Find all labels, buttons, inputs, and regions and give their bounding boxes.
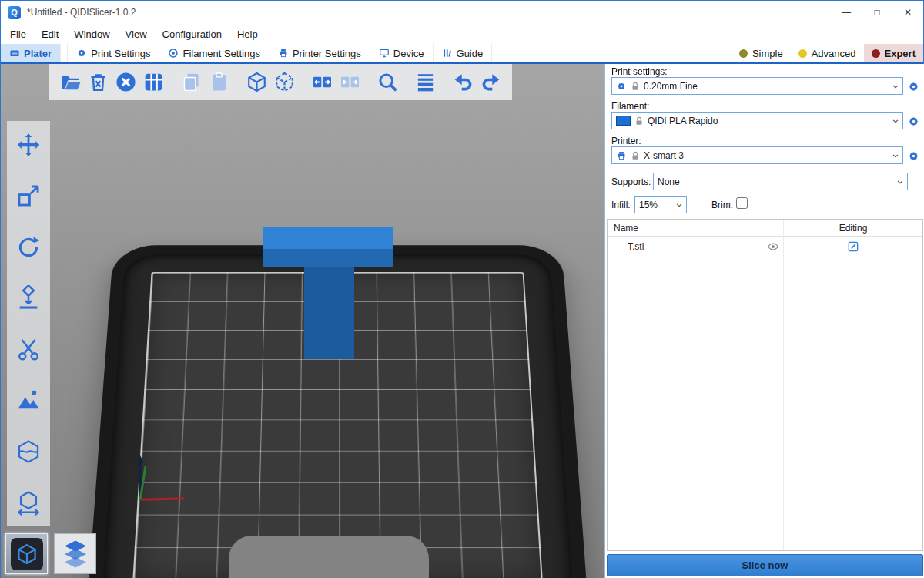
print-settings-select[interactable]: 0.20mm Fine [611, 77, 903, 95]
measure-button[interactable] [12, 486, 45, 519]
mode-simple[interactable]: Simple [732, 44, 791, 62]
model-t-top-face[interactable] [263, 227, 393, 249]
trash-icon [87, 71, 109, 93]
maximize-button[interactable]: □ [862, 1, 892, 24]
mode-expert[interactable]: Expert [864, 44, 923, 62]
place-on-face-icon [15, 285, 42, 311]
object-row[interactable]: T.stl [608, 237, 922, 257]
editing-icon[interactable] [847, 240, 859, 253]
mode-expert-label: Expert [885, 48, 916, 59]
variable-layer-height-button[interactable] [411, 67, 439, 98]
title-bar: Q *Untitled - QIDISlicer-1.0.2 — □ ✕ [1, 1, 923, 24]
printer-gear-button[interactable] [907, 149, 921, 163]
model-t-crossbar-face[interactable] [263, 249, 393, 267]
place-on-face-button[interactable] [12, 282, 45, 314]
menu-help[interactable]: Help [229, 29, 266, 40]
printer-value: X-smart 3 [644, 150, 887, 161]
mode-switcher: Simple Advanced Expert [732, 44, 923, 62]
redo-button[interactable] [477, 67, 504, 98]
cube-dashed-icon [273, 71, 296, 93]
bed-handle-notch [229, 536, 429, 578]
cube-icon [15, 543, 38, 566]
mode-simple-label: Simple [752, 48, 783, 59]
infill-value: 15% [639, 200, 671, 210]
plater-icon [9, 48, 20, 59]
delete-all-button[interactable] [112, 67, 139, 98]
mode-advanced[interactable]: Advanced [791, 44, 864, 62]
menu-configuration[interactable]: Configuration [155, 29, 229, 40]
object-list: Name Editing T.stl [607, 219, 923, 551]
print-settings-value: 0.20mm Fine [644, 81, 887, 92]
preview-view-thumbnail[interactable] [54, 533, 96, 574]
editor-view-thumbnail[interactable] [5, 533, 48, 574]
device-icon [379, 48, 390, 59]
column-header-name[interactable]: Name [608, 223, 762, 234]
tab-printer-settings-label: Printer Settings [293, 48, 361, 59]
brim-checkbox[interactable] [736, 197, 748, 209]
filament-select[interactable]: QIDI PLA Rapido [611, 112, 903, 129]
copy-icon [180, 71, 203, 93]
add-instance-button[interactable] [243, 67, 270, 98]
undo-arrow-icon [452, 71, 474, 93]
remove-instance-button[interactable] [270, 67, 298, 98]
layers-icon [414, 71, 437, 93]
undo-button[interactable] [449, 67, 477, 98]
arrange-grid-icon [142, 71, 165, 93]
move-button[interactable] [12, 129, 45, 161]
tab-plater-label: Plater [24, 48, 52, 59]
print-settings-label: Print settings: [611, 66, 668, 77]
editor-view-preview [11, 538, 43, 570]
mode-advanced-label: Advanced [812, 48, 856, 59]
seam-button[interactable] [12, 435, 45, 468]
gear-icon [907, 150, 920, 163]
tab-device[interactable]: Device [370, 44, 434, 62]
printer-select[interactable]: X-smart 3 [611, 146, 903, 164]
open-project-button[interactable] [56, 67, 84, 98]
tab-plater[interactable]: Plater [1, 44, 61, 62]
measure-icon [15, 489, 42, 516]
minimize-button[interactable]: — [831, 1, 862, 24]
advanced-mode-dot-icon [798, 49, 807, 58]
lock-icon [630, 150, 641, 161]
print-settings-gear-button[interactable] [907, 79, 921, 93]
close-button[interactable]: ✕ [892, 1, 923, 24]
tab-printer-settings[interactable]: Printer Settings [270, 44, 370, 62]
supports-select[interactable]: None [653, 173, 908, 190]
copy-button[interactable] [177, 67, 205, 98]
tab-guide-label: Guide [457, 48, 484, 59]
model-t-stem-face[interactable] [304, 267, 354, 359]
cut-button[interactable] [12, 333, 45, 365]
simple-mode-dot-icon [739, 49, 748, 58]
tab-print-settings[interactable]: Print Settings [67, 44, 159, 62]
move-arrows-icon [15, 132, 42, 158]
paint-supports-button[interactable] [12, 384, 45, 416]
filament-label: Filament: [611, 101, 649, 112]
search-button[interactable] [373, 67, 401, 98]
split-to-objects-button[interactable] [308, 67, 336, 98]
menu-view[interactable]: View [118, 29, 155, 40]
scale-button[interactable] [12, 180, 45, 212]
split-parts-icon [339, 71, 361, 93]
eye-icon[interactable] [767, 240, 779, 253]
column-divider [762, 220, 762, 550]
filament-gear-button[interactable] [907, 114, 921, 128]
menu-edit[interactable]: Edit [34, 29, 66, 40]
rotate-button[interactable] [12, 231, 45, 264]
chevron-down-icon [674, 200, 685, 210]
printer-icon [278, 48, 289, 59]
arrange-button[interactable] [139, 67, 167, 98]
printer-label: Printer: [611, 136, 641, 146]
tab-filament-settings[interactable]: Filament Settings [159, 44, 269, 62]
menu-file[interactable]: File [2, 29, 34, 40]
column-divider [783, 220, 784, 550]
paste-button[interactable] [205, 67, 233, 98]
tab-guide[interactable]: Guide [434, 44, 493, 62]
cube-icon [246, 71, 268, 93]
delete-button[interactable] [84, 67, 112, 98]
split-to-parts-button[interactable] [336, 67, 363, 98]
slice-now-button[interactable]: Slice now [607, 554, 923, 576]
viewport-3d[interactable] [1, 64, 604, 578]
menu-window[interactable]: Window [66, 29, 117, 40]
column-header-editing[interactable]: Editing [784, 223, 922, 234]
infill-select[interactable]: 15% [634, 196, 687, 213]
